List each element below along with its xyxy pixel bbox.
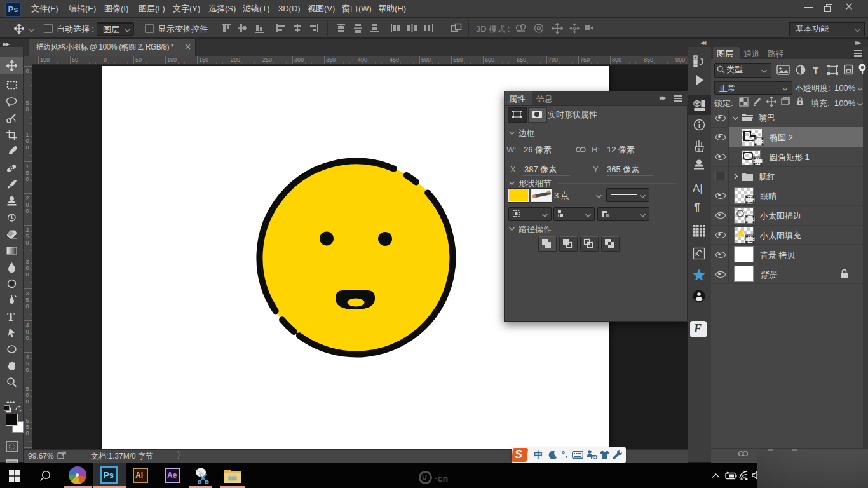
svg-text:24: 24 <box>592 455 597 459</box>
